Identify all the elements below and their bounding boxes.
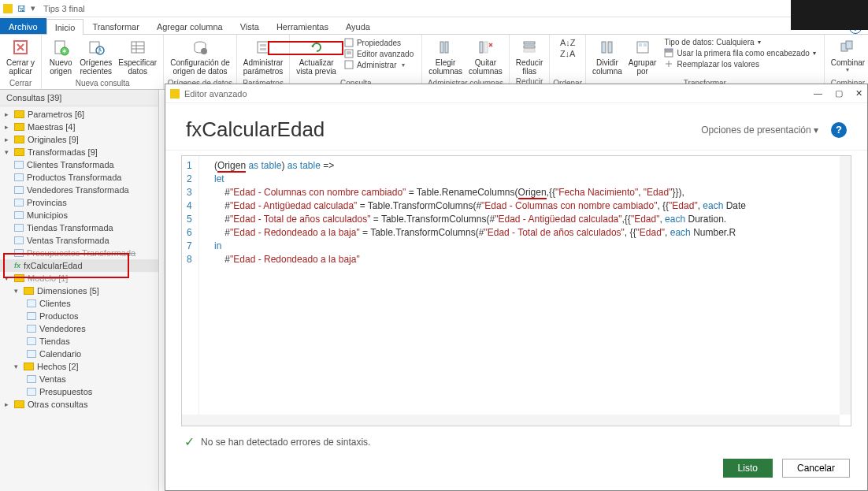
horizontal-scrollbar[interactable] (182, 415, 840, 426)
split-column-button[interactable]: Dividir columna (589, 36, 625, 77)
first-row-header-item[interactable]: Usar la primera fila como encabezado▾ (664, 48, 815, 58)
folder-icon (14, 110, 24, 118)
folder-item[interactable]: ▸Maestras [4] (0, 121, 158, 133)
group-by-label: Agrupar por (629, 58, 657, 76)
expand-toggle-icon[interactable]: ▾ (5, 148, 11, 156)
vertical-scrollbar[interactable] (840, 156, 851, 415)
recent-sources-icon (87, 38, 106, 57)
expand-toggle-icon[interactable]: ▾ (14, 287, 20, 295)
query-item[interactable]: Clientes (0, 297, 158, 310)
first-row-header-label: Usar la primera fila como encabezado (677, 49, 809, 58)
group-consulta: Actualizar vista previa Propiedades Edit… (290, 35, 422, 89)
choose-columns-button[interactable]: Elegir columnas (425, 36, 466, 77)
chevron-down-icon: ▾ (814, 125, 818, 136)
expand-toggle-icon[interactable]: ▾ (5, 274, 11, 282)
folder-item[interactable]: ▾Modelo [1] (0, 272, 158, 285)
properties-item[interactable]: Propiedades (344, 38, 414, 47)
queries-tree[interactable]: ▸Parametros [6]▸Maestras [4]▸Originales … (0, 106, 158, 418)
enter-data-button[interactable]: Especificar datos (115, 36, 160, 77)
advanced-editor-item[interactable]: Editor avanzado (344, 49, 414, 58)
adv-minimize-button[interactable]: — (814, 88, 822, 99)
query-item[interactable]: Calendario (0, 348, 158, 360)
adv-maximize-button[interactable]: ▢ (835, 88, 843, 99)
combine-button[interactable]: Combinar▾ (828, 36, 868, 76)
folder-item[interactable]: ▾Hechos [2] (0, 360, 158, 373)
close-apply-label: Cerrar y aplicar (6, 58, 35, 76)
code-editor[interactable]: 12345678 (Origen as table) as table => l… (181, 155, 851, 426)
query-item[interactable]: Productos Transformada (0, 171, 158, 184)
replace-values-item[interactable]: Reemplazar los valores (664, 59, 815, 69)
manage-params-label: Administrar parámetros (243, 58, 284, 76)
query-item[interactable]: Presupuestos (0, 385, 158, 398)
manage-icon (344, 60, 354, 69)
sort-asc-button[interactable]: A↓Z (560, 38, 576, 47)
adv-help-icon[interactable]: ? (831, 122, 847, 138)
recent-sources-button[interactable]: Orígenes recientes (76, 36, 115, 77)
query-item[interactable]: Tiendas Transformada (0, 221, 158, 234)
refresh-preview-button[interactable]: Actualizar vista previa (293, 36, 339, 77)
adv-close-button[interactable]: ✕ (855, 88, 862, 99)
tab-transformar[interactable]: Transformar (83, 18, 148, 34)
table-icon (27, 337, 36, 345)
query-item[interactable]: Municipios (0, 209, 158, 221)
data-type-item[interactable]: Tipo de datos: Cualquiera▾ (664, 38, 815, 46)
folder-icon (14, 400, 24, 408)
table-icon (14, 249, 24, 257)
save-icon[interactable]: 🖫 (17, 4, 26, 13)
query-item[interactable]: Vendedores (0, 322, 158, 335)
folder-item[interactable]: ▾Dimensiones [5] (0, 285, 158, 297)
tab-ayuda[interactable]: Ayuda (337, 18, 379, 34)
manage-params-button[interactable]: Administrar parámetros (240, 36, 287, 77)
ok-button[interactable]: Listo (723, 459, 773, 478)
tree-item-label: Maestras [4] (28, 122, 76, 132)
folder-item[interactable]: ▸Otras consultas (0, 398, 158, 411)
tree-item-label: Modelo [1] (28, 273, 68, 283)
display-options-dropdown[interactable]: Opciones de presentación ▾ (701, 125, 818, 136)
expand-toggle-icon[interactable]: ▸ (5, 123, 11, 131)
group-parametros: Administrar parámetros Parámetros (237, 35, 291, 89)
reduce-rows-button[interactable]: Reducir filas (513, 36, 546, 77)
table-icon (27, 388, 36, 396)
query-item[interactable]: Tiendas (0, 335, 158, 348)
folder-item[interactable]: ▸Originales [9] (0, 133, 158, 146)
tree-item-label: Tiendas (39, 337, 70, 346)
folder-item[interactable]: ▾Transformadas [9] (0, 146, 158, 158)
background-dark-strip (791, 0, 868, 30)
manage-item[interactable]: Administrar▾ (344, 60, 414, 69)
code-content[interactable]: (Origen as table) as table => let #"Edad… (199, 156, 851, 426)
query-item[interactable]: Presupuestos Transformada (0, 247, 158, 259)
tab-file[interactable]: Archivo (0, 18, 46, 34)
expand-toggle-icon[interactable]: ▾ (14, 363, 20, 370)
expand-toggle-icon[interactable]: ▸ (5, 400, 11, 408)
expand-toggle-icon[interactable]: ▸ (5, 110, 11, 118)
cancel-button[interactable]: Cancelar (782, 459, 850, 478)
close-apply-button[interactable]: Cerrar y aplicar (3, 36, 38, 77)
new-source-button[interactable]: ✶Nuevo origen (45, 36, 76, 77)
tab-agregar-columna[interactable]: Agregar columna (148, 18, 232, 34)
query-item[interactable]: Clientes Transformada (0, 158, 158, 171)
remove-columns-button[interactable]: Quitar columnas (466, 36, 506, 77)
svg-rect-22 (480, 42, 483, 53)
tree-item-label: fxCalcularEdad (24, 261, 83, 270)
ribbon-tabstrip: Archivo Inicio Transformar Agregar colum… (0, 17, 868, 35)
query-item[interactable]: Provincias (0, 196, 158, 209)
query-item[interactable]: fxfxCalcularEdad (0, 259, 158, 272)
query-item[interactable]: Vendedores Transformada (0, 184, 158, 196)
tab-vista[interactable]: Vista (232, 18, 268, 34)
query-item[interactable]: Ventas (0, 373, 158, 385)
consulta-small-items: Propiedades Editor avanzado Administrar▾ (339, 36, 418, 71)
syntax-status: ✓ No se han detectado errores de sintaxi… (165, 434, 867, 449)
data-source-settings-button[interactable]: Configuración de origen de datos (167, 36, 233, 77)
folder-item[interactable]: ▸Parametros [6] (0, 108, 158, 121)
split-column-label: Dividir columna (592, 58, 622, 76)
reduce-rows-icon (520, 38, 539, 57)
expand-toggle-icon[interactable]: ▸ (5, 136, 11, 143)
tab-herramientas[interactable]: Herramientas (268, 18, 337, 34)
group-origenes-datos: Configuración de origen de datos Orígene… (164, 35, 237, 89)
query-item[interactable]: Ventas Transformada (0, 234, 158, 247)
qat-dropdown-icon[interactable]: ▾ (31, 3, 35, 13)
sort-desc-button[interactable]: Z↓A (560, 49, 576, 58)
group-by-button[interactable]: Agrupar por (625, 36, 660, 77)
query-item[interactable]: Productos (0, 310, 158, 322)
tab-inicio[interactable]: Inicio (46, 19, 84, 35)
